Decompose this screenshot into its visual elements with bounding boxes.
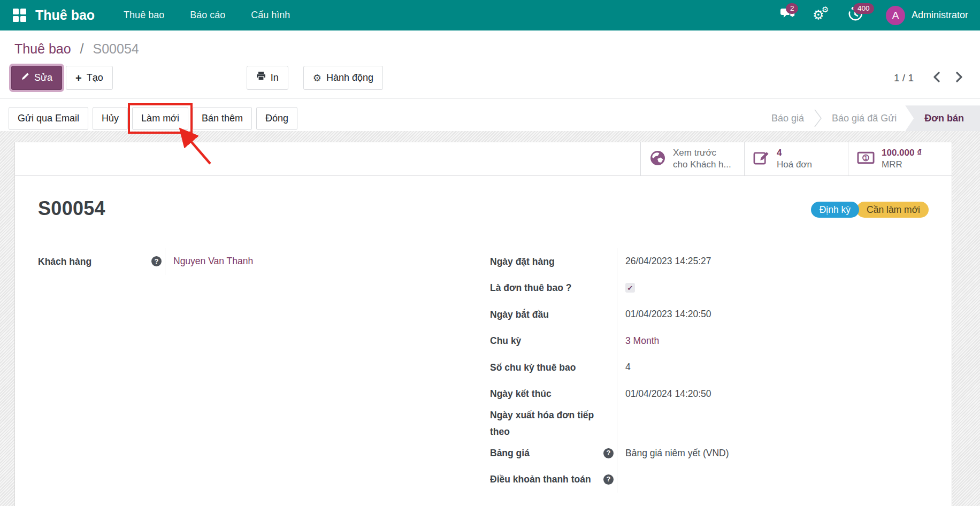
statusbar: Báo giá Báo giá đã Gửi Đơn bán: [771, 105, 980, 131]
order-reference-title: S00054: [38, 197, 105, 220]
state-badges: Định kỳ Cần làm mới: [811, 202, 929, 218]
activities-button[interactable]: 400: [839, 0, 871, 30]
control-panel-divider: [0, 98, 980, 99]
title-row: S00054 Định kỳ Cần làm mới: [38, 176, 929, 220]
to-renew-badge: Cần làm mới: [856, 202, 929, 218]
menu-cau-hinh[interactable]: Cấu hình: [238, 0, 303, 30]
breadcrumb-separator: /: [80, 41, 84, 56]
app-brand[interactable]: Thuê bao: [35, 7, 95, 23]
sheet-body: S00054 Định kỳ Cần làm mới Khách hàng ?: [15, 176, 952, 503]
help-icon: ?: [603, 448, 614, 458]
status-step-quotation-sent[interactable]: Báo giá đã Gửi: [832, 113, 897, 124]
printer-icon: [256, 71, 266, 85]
globe-icon: [649, 150, 666, 168]
cancel-button[interactable]: Hủy: [93, 107, 128, 130]
mrr-label: MRR: [882, 159, 902, 170]
customer-field-row: Khách hàng ? Nguyen Van Thanh: [38, 248, 490, 275]
period-link[interactable]: 3 Month: [625, 335, 659, 347]
smart-button-line2: cho Khách h...: [673, 159, 731, 170]
top-navbar: Thuê bao Thuê bao Báo cáo Cấu hình 2 ⚙ ⚙: [0, 0, 980, 30]
pager: 1 / 1: [894, 70, 971, 86]
invoices-smart-button[interactable]: 4 Hoá đơn: [744, 142, 848, 175]
settings-button[interactable]: ⚙ ⚙: [804, 0, 839, 30]
smart-button-line1: Xem trước: [673, 148, 716, 158]
messages-count-badge: 2: [786, 3, 799, 14]
pager-previous-button[interactable]: [929, 70, 944, 86]
user-avatar[interactable]: A: [886, 6, 905, 25]
breadcrumb-current: S00054: [93, 41, 139, 56]
form-view-background: Xem trước cho Khách h... 4 Hoá đơn: [0, 131, 980, 506]
check-icon: ✔: [627, 284, 633, 292]
next-invoice-date-value: [617, 407, 929, 440]
field-row-next-invoice-date: Ngày xuất hóa đơn tiếp theo: [490, 407, 929, 440]
apps-grid-square: [13, 9, 19, 14]
status-step-separator: [814, 109, 822, 128]
menu-bao-cao[interactable]: Báo cáo: [177, 0, 238, 30]
recurring-badge: Định kỳ: [811, 202, 859, 218]
user-name[interactable]: Administrator: [912, 10, 970, 21]
cycle-count-value: 4: [617, 354, 929, 381]
field-groups: Khách hàng ? Nguyen Van Thanh Ngày đặt h…: [38, 248, 929, 493]
customer-label: Khách hàng: [38, 254, 151, 270]
apps-grid-square: [20, 16, 26, 22]
create-button[interactable]: + Tạo: [66, 66, 113, 90]
gear-icon: ⚙: [313, 74, 321, 82]
payment-terms-value: [617, 466, 929, 493]
invoice-count: 4: [777, 148, 782, 158]
customer-link[interactable]: Nguyen Van Thanh: [173, 256, 253, 267]
form-sheet: Xem trước cho Khách h... 4 Hoá đơn: [14, 142, 952, 506]
close-button[interactable]: Đóng: [256, 107, 297, 130]
control-panel: Sửa + Tạo In ⚙ Hành động 1 / 1: [0, 62, 980, 98]
invoice-edit-icon: [753, 150, 770, 168]
is-subscription-checkbox[interactable]: ✔: [625, 283, 635, 293]
gears-icon: ⚙ ⚙: [813, 6, 831, 25]
main-menu: Thuê bao Báo cáo Cấu hình: [111, 0, 303, 30]
renew-button-wrapper: Làm mới: [132, 107, 188, 130]
plus-icon: +: [75, 74, 82, 82]
help-icon: ?: [603, 474, 614, 485]
field-row-cycle-count: Số chu kỳ thuê bao 4: [490, 354, 929, 381]
statusbar-row: Gửi qua Email Hủy Làm mới Bán thêm Đóng …: [0, 105, 980, 131]
apps-grid-square: [20, 9, 26, 14]
apps-grid-square: [13, 16, 19, 22]
print-action-group: In ⚙ Hành động: [247, 66, 383, 90]
smart-button-box: Xem trước cho Khách h... 4 Hoá đơn: [15, 142, 952, 176]
status-step-sales-order[interactable]: Đơn bán: [905, 105, 980, 131]
pager-next-button[interactable]: [952, 70, 967, 86]
field-row-period: Chu kỳ 3 Month: [490, 328, 929, 355]
action-button[interactable]: ⚙ Hành động: [303, 66, 383, 90]
right-field-column: Ngày đặt hàng 26/04/2023 14:25:27 Là đơn…: [490, 248, 929, 493]
end-date-value: 01/04/2024 14:20:50: [617, 381, 929, 408]
mrr-smart-button[interactable]: 1 100.000 ₫ MRR: [848, 142, 952, 175]
help-icon: ?: [151, 256, 162, 266]
navbar-systray: 2 ⚙ ⚙ 400 A Administrator: [772, 0, 970, 30]
field-row-start-date: Ngày bắt đầu 01/04/2023 14:20:50: [490, 301, 929, 328]
pencil-icon: [21, 71, 29, 85]
upsell-button[interactable]: Bán thêm: [193, 107, 252, 130]
field-row-payment-terms: Điều khoản thanh toán ?: [490, 466, 929, 493]
status-step-quotation[interactable]: Báo giá: [771, 113, 804, 124]
pricelist-value: Bảng giá niêm yết (VND): [617, 440, 929, 466]
renew-button[interactable]: Làm mới: [132, 107, 188, 130]
left-field-column: Khách hàng ? Nguyen Van Thanh: [38, 248, 490, 493]
mrr-amount: 100.000 ₫: [882, 148, 922, 158]
field-row-is-subscription: Là đơn thuê bao ? ✔: [490, 275, 929, 302]
field-row-pricelist: Bảng giá ? Bảng giá niêm yết (VND): [490, 440, 929, 466]
money-icon: 1: [857, 151, 875, 166]
start-date-value: 01/04/2023 14:20:50: [617, 301, 929, 328]
customer-preview-smart-button[interactable]: Xem trước cho Khách h...: [640, 142, 744, 175]
breadcrumb-parent-link[interactable]: Thuê bao: [14, 41, 71, 56]
send-email-button[interactable]: Gửi qua Email: [9, 107, 88, 130]
edit-button[interactable]: Sửa: [11, 66, 62, 90]
pager-count: 1 / 1: [894, 72, 914, 84]
activities-count-badge: 400: [853, 3, 874, 14]
print-button[interactable]: In: [247, 66, 288, 90]
field-row-order-date: Ngày đặt hàng 26/04/2023 14:25:27: [490, 248, 929, 275]
menu-thue-bao[interactable]: Thuê bao: [111, 0, 177, 30]
order-date-value: 26/04/2023 14:25:27: [617, 248, 929, 275]
field-row-end-date: Ngày kết thúc 01/04/2024 14:20:50: [490, 381, 929, 408]
svg-text:1: 1: [864, 155, 868, 161]
apps-menu-icon[interactable]: [13, 9, 27, 22]
messages-button[interactable]: 2: [772, 0, 804, 30]
invoice-label: Hoá đơn: [777, 159, 812, 170]
